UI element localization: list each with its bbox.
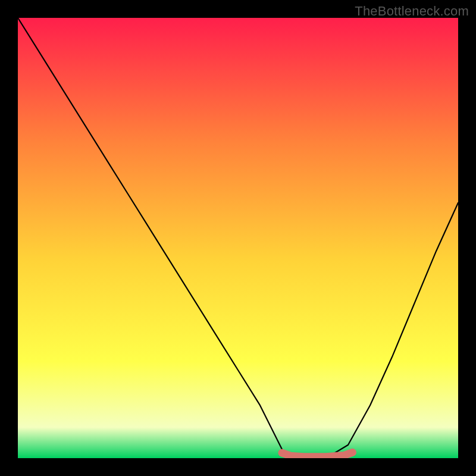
sweet-spot-band (282, 452, 352, 456)
gradient-background (18, 18, 458, 458)
plot-area (18, 18, 458, 458)
plot-svg (18, 18, 458, 458)
watermark-text: TheBottleneck.com (355, 4, 469, 19)
chart-frame: TheBottleneck.com (0, 0, 476, 476)
